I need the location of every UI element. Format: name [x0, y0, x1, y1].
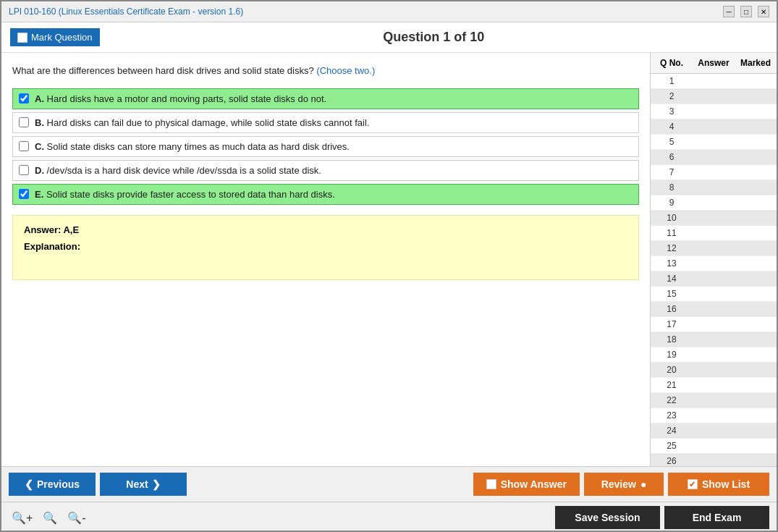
sidebar-row[interactable]: 9: [651, 195, 777, 211]
sidebar-row[interactable]: 24: [651, 423, 777, 439]
sidebar-row[interactable]: 12: [651, 241, 777, 256]
answer-option-e[interactable]: E. Solid state disks provide faster acce…: [12, 184, 639, 205]
sidebar-cell-qno: 16: [651, 302, 693, 316]
sidebar-cell-answer: [693, 165, 735, 180]
sidebar-row[interactable]: 19: [651, 347, 777, 363]
answer-option-c[interactable]: C. Solid state disks can store many time…: [12, 136, 639, 157]
option-checkbox-d[interactable]: [19, 165, 29, 175]
zoom-bar: 🔍+ 🔍 🔍- Save Session End Exam: [1, 502, 777, 532]
sidebar-cell-answer: [693, 180, 735, 195]
sidebar-cell-marked: [735, 393, 777, 408]
sidebar-cell-answer: [693, 408, 735, 423]
sidebar-cell-qno: 25: [651, 439, 693, 453]
sidebar-header: Q No. Answer Marked: [651, 53, 777, 74]
sidebar-cell-answer: [693, 226, 735, 240]
sidebar-cell-answer: [693, 119, 735, 134]
sidebar-cell-marked: [735, 226, 777, 240]
sidebar-row[interactable]: 4: [651, 119, 777, 135]
maximize-button[interactable]: □: [740, 6, 752, 17]
sidebar-cell-marked: [735, 271, 777, 286]
previous-button[interactable]: Previous: [9, 473, 96, 496]
sidebar-row[interactable]: 8: [651, 180, 777, 195]
sidebar-row[interactable]: 5: [651, 135, 777, 150]
bottom-right-actions: Save Session End Exam: [555, 506, 769, 529]
minimize-button[interactable]: ─: [723, 6, 735, 17]
sidebar-row[interactable]: 20: [651, 363, 777, 378]
sidebar-row[interactable]: 10: [651, 211, 777, 226]
zoom-normal-button[interactable]: 🔍: [40, 510, 60, 526]
sidebar-cell-answer: [693, 317, 735, 332]
sidebar-row[interactable]: 18: [651, 332, 777, 347]
prev-arrow-icon: [25, 478, 33, 490]
sidebar-cell-answer: [693, 135, 735, 149]
zoom-in-button[interactable]: 🔍+: [9, 510, 35, 526]
sidebar-row[interactable]: 17: [651, 317, 777, 332]
sidebar-cell-qno: 15: [651, 287, 693, 301]
sidebar-row[interactable]: 11: [651, 226, 777, 241]
sidebar-row[interactable]: 15: [651, 287, 777, 302]
sidebar-cell-marked: [735, 332, 777, 347]
sidebar-cell-answer: [693, 393, 735, 408]
sidebar-cell-marked: [735, 89, 777, 104]
sidebar-row[interactable]: 21: [651, 378, 777, 393]
mark-question-button[interactable]: Mark Question: [10, 28, 100, 46]
show-answer-label: Show Answer: [501, 478, 567, 490]
sidebar-row[interactable]: 13: [651, 256, 777, 271]
next-arrow-icon: [152, 478, 161, 490]
option-checkbox-b[interactable]: [19, 117, 29, 127]
sidebar-cell-marked: [735, 439, 777, 453]
sidebar-cell-marked: [735, 195, 777, 210]
sidebar-row[interactable]: 1: [651, 74, 777, 89]
sidebar-row[interactable]: 23: [651, 408, 777, 423]
explanation-line: Explanation:: [24, 241, 627, 252]
review-button[interactable]: Review ●: [584, 473, 664, 496]
close-button[interactable]: ✕: [758, 6, 769, 17]
show-answer-button[interactable]: Show Answer: [473, 473, 580, 496]
sidebar-cell-marked: [735, 302, 777, 316]
question-panel: What are the differences between hard di…: [1, 53, 650, 466]
sidebar-cell-qno: 20: [651, 363, 693, 377]
sidebar-row[interactable]: 14: [651, 271, 777, 287]
sidebar-cell-answer: [693, 363, 735, 377]
sidebar-row[interactable]: 16: [651, 302, 777, 317]
next-button[interactable]: Next: [100, 473, 187, 496]
content-area: What are the differences between hard di…: [1, 53, 777, 466]
save-session-button[interactable]: Save Session: [555, 506, 660, 529]
end-exam-button[interactable]: End Exam: [664, 506, 769, 529]
zoom-out-button[interactable]: 🔍-: [64, 510, 88, 526]
answer-line: Answer: A,E: [24, 224, 627, 235]
sidebar-cell-qno: 3: [651, 104, 693, 119]
sidebar-cell-answer: [693, 271, 735, 286]
next-label: Next: [126, 478, 148, 490]
option-checkbox-c[interactable]: [19, 141, 29, 151]
answer-option-a[interactable]: A. Hard disks have a motor and moving pa…: [12, 88, 639, 109]
sidebar-row[interactable]: 3: [651, 104, 777, 119]
show-answer-checkbox-icon: [486, 479, 496, 489]
sidebar-cell-marked: [735, 104, 777, 119]
sidebar-cell-qno: 12: [651, 241, 693, 256]
sidebar-row[interactable]: 2: [651, 89, 777, 104]
question-title: Question 1 of 10: [100, 30, 768, 45]
answer-option-b[interactable]: B. Hard disks can fail due to physical d…: [12, 112, 639, 133]
previous-label: Previous: [37, 478, 80, 490]
sidebar-row[interactable]: 25: [651, 439, 777, 454]
mark-checkbox-icon: [17, 33, 28, 43]
sidebar-cell-marked: [735, 363, 777, 377]
sidebar-cell-answer: [693, 423, 735, 438]
sidebar-cell-qno: 5: [651, 135, 693, 149]
option-text-d: D. /dev/sda is a hard disk device while …: [35, 165, 321, 176]
option-checkbox-a[interactable]: [19, 93, 29, 104]
show-list-button[interactable]: ✔ Show List: [668, 473, 769, 496]
option-checkbox-e[interactable]: [19, 189, 29, 199]
sidebar-cell-qno: 2: [651, 89, 693, 104]
sidebar-cell-qno: 26: [651, 454, 693, 466]
sidebar-row[interactable]: 7: [651, 165, 777, 180]
sidebar-row[interactable]: 26: [651, 454, 777, 466]
sidebar-cell-answer: [693, 241, 735, 256]
sidebar-row[interactable]: 6: [651, 150, 777, 165]
sidebar-row[interactable]: 22: [651, 393, 777, 408]
sidebar-cell-qno: 23: [651, 408, 693, 423]
answer-option-d[interactable]: D. /dev/sda is a hard disk device while …: [12, 160, 639, 181]
option-text-a: A. Hard disks have a motor and moving pa…: [35, 93, 326, 104]
sidebar-cell-qno: 24: [651, 423, 693, 438]
